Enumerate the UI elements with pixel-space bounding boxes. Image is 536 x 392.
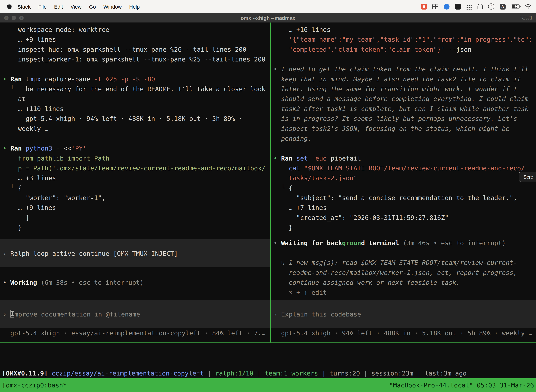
battery-icon[interactable] — [511, 5, 520, 9]
prompt-band[interactable]: › Explain this codebase — [271, 300, 536, 328]
terminal-text: inspect_worker-1: omx sparkshell --tmux-… — [3, 56, 266, 63]
recording-indicator-icon[interactable] — [421, 4, 427, 9]
terminal-line: from pathlib import Path — [3, 153, 270, 163]
terminal-line: task2 after task1 is complete, but can I… — [273, 104, 536, 114]
input-source-icon[interactable]: A — [500, 4, 506, 9]
terminal-gap — [273, 233, 536, 238]
terminal-text: 'PY' — [71, 145, 86, 152]
active-app-menu[interactable]: Slack — [14, 4, 35, 9]
terminal-line: • Ran python3 - <<'PY' — [3, 143, 270, 153]
menu-view[interactable]: View — [67, 4, 85, 9]
terminal-text: [OMX#0.11.9] — [2, 370, 52, 377]
menu-help[interactable]: Help — [125, 4, 144, 9]
terminal-text: "subject": "send a concise recommendatio… — [273, 194, 517, 201]
terminal-text: at — [3, 95, 26, 103]
terminal-line — [3, 64, 270, 74]
battery-body-icon — [511, 5, 520, 9]
terminal-text: | — [204, 370, 215, 377]
terminal-text: ralph:1/10 — [215, 370, 254, 377]
terminal-text: weekly … — [3, 125, 48, 132]
dark-app-icon[interactable] — [455, 4, 461, 9]
terminal-text: is in progress? It seems likely but perh… — [273, 115, 517, 122]
window-title-bar[interactable]: × − + omx --xhigh --madmax ⌥⌘1 — [0, 13, 536, 23]
terminal-line: └ { — [3, 183, 270, 193]
terminal-line: ] — [3, 213, 270, 223]
menu-edit[interactable]: Edit — [50, 4, 67, 9]
close-button[interactable]: × — [4, 15, 9, 20]
terminal-line: gpt-5.4 xhigh · 94% left · 488K in · 5.1… — [273, 328, 536, 338]
terminal-text: turns:20 — [330, 370, 360, 377]
window-grid-icon[interactable] — [432, 4, 438, 9]
zoom-button[interactable]: + — [19, 15, 24, 20]
terminal-text: I need to get the claim token from the c… — [281, 65, 528, 73]
terminal-line: '{"team_name":"my-team","task_id":"1","f… — [273, 34, 536, 44]
terminal-line: … +9 lines — [3, 203, 270, 213]
launchpad-icon[interactable] — [466, 4, 472, 9]
menu-window[interactable]: Window — [100, 4, 125, 9]
terminal-line: p = Path('.omx/state/team/review-current… — [3, 163, 270, 173]
terminal-pane-right[interactable]: … +16 lines '{"team_name":"my-team","tas… — [271, 23, 536, 342]
terminal-text: pipefail — [330, 155, 361, 162]
terminal-line: • I need to get the claim token from the… — [273, 64, 536, 74]
terminal-text: Ran — [281, 155, 296, 162]
terminal-line: } — [273, 223, 536, 232]
terminal-text: later. Using the same for transition mig… — [273, 85, 517, 93]
terminal-text: … +7 lines — [273, 204, 327, 211]
minimize-button[interactable]: − — [12, 15, 16, 20]
terminal-text: tasks/task-2.json" — [273, 174, 357, 182]
terminal-text: | — [254, 370, 265, 377]
dark-square-icon — [455, 4, 461, 9]
menu-go[interactable]: Go — [85, 4, 100, 9]
terminal-line: └ be necessary for the end of the README… — [3, 84, 270, 94]
terminal-line: gpt-5.4 xhigh · essay/ai-reimplementatio… — [3, 328, 270, 338]
terminal-text: "$OMX_TEAM_STATE_ROOT/team/review-curren… — [304, 165, 525, 172]
terminal-text: continue assigned work or next feasible … — [273, 279, 460, 286]
terminal-line: … +9 lines — [3, 34, 270, 44]
omx-status-line: [OMX#0.11.9] cczip/essay/ai-reimplementa… — [2, 368, 536, 378]
terminal-text: … +9 lines — [3, 204, 56, 211]
tmux-session-label[interactable]: [omx-cczip0:bash* — [2, 382, 67, 389]
terminal-text: { — [289, 184, 293, 191]
blue-circle-icon — [444, 4, 450, 9]
menu-file[interactable]: File — [35, 4, 50, 9]
menu-items: FileEditViewGoWindowHelp — [35, 4, 144, 9]
terminal-text: { — [18, 184, 22, 191]
terminal-line — [273, 54, 536, 64]
wifi-icon[interactable] — [525, 4, 531, 9]
terminal-text: last:3m ago — [425, 370, 467, 377]
terminal-text: └ — [273, 184, 289, 191]
terminal-line: cat "$OMX_TEAM_STATE_ROOT/team/review-cu… — [273, 163, 536, 173]
terminal-text: keep that in mind. Maybe I also need the… — [273, 75, 521, 83]
ghost-app-icon[interactable] — [478, 4, 483, 9]
terminal-text: gpt-5.4 xhigh · essay/ai-reimplementatio… — [3, 330, 266, 337]
terminal-line: keep that in mind. Maybe I also need the… — [273, 74, 536, 84]
terminal-text: d terminal — [361, 239, 403, 247]
terminal-line — [273, 248, 536, 258]
screen-share-overlay[interactable]: Scre — [519, 172, 536, 182]
terminal-line: tasks/task-2.json" — [273, 173, 536, 183]
terminal-text: Explain this codebase — [281, 309, 361, 319]
terminal-line: … +7 lines — [273, 203, 536, 213]
blue-app-icon[interactable] — [444, 4, 450, 9]
terminal-text: | — [318, 370, 330, 377]
terminal-line: └ { — [273, 183, 536, 193]
terminal-text: set — [296, 155, 312, 162]
terminal-line: • Waiting for background terminal (3m 46… — [273, 238, 536, 248]
terminal-line: ↳ 1 new msg(s): read $OMX_TEAM_STATE_ROO… — [273, 258, 536, 268]
badge-61-icon[interactable]: 61 — [488, 3, 494, 9]
terminal-pane-left[interactable]: workspace_mode: worktree … +9 lines insp… — [0, 23, 270, 342]
terminal-text: … +3 lines — [3, 174, 56, 182]
wifi-arcs-icon — [525, 4, 531, 9]
menu-bar-status-icons: 61 A — [421, 3, 531, 9]
terminal-text: '{"team_name":"my-team","task_id":"1","f… — [273, 36, 532, 43]
terminal-text: … +16 lines — [273, 26, 330, 33]
terminal-line: … +3 lines — [3, 173, 270, 183]
terminal-text: | — [413, 370, 425, 377]
menu-bar: Slack FileEditViewGoWindowHelp 61 A — [0, 0, 536, 13]
stop-recording-icon — [421, 4, 427, 9]
prompt-band[interactable]: › Improve documentation in @filename — [0, 300, 270, 328]
prompt-band[interactable]: › Ralph loop active continue [OMX_TMUX_I… — [0, 239, 270, 267]
apple-menu[interactable] — [5, 3, 14, 9]
terminal-text: groun — [342, 239, 361, 247]
terminal-text: └ — [3, 184, 18, 191]
